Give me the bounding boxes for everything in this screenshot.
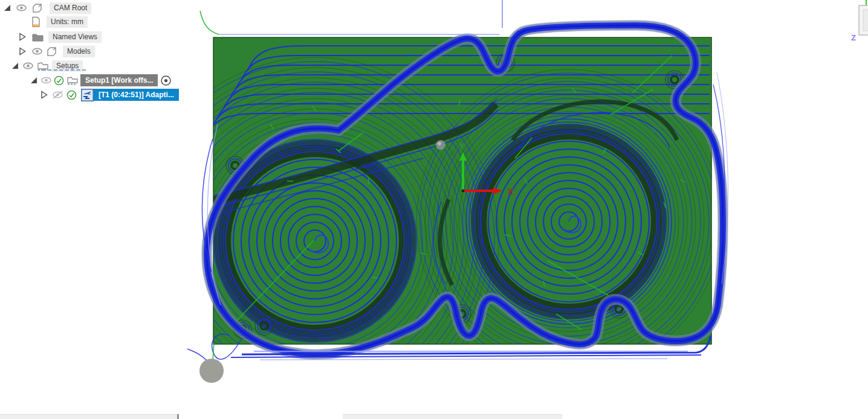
bottom-panel-edge-left (0, 414, 177, 419)
expander-collapsed-icon[interactable] (18, 46, 27, 56)
models-icon (46, 46, 59, 57)
tree-label-cam-root[interactable]: CAM Root (50, 2, 91, 14)
bottom-panel-edge-middle (343, 414, 562, 419)
folder-icon (31, 32, 44, 42)
bottom-panel-divider (177, 414, 179, 419)
active-setup-radio-icon[interactable] (160, 75, 172, 86)
expander-expanded-icon[interactable] (2, 3, 12, 13)
eye-icon[interactable] (16, 3, 27, 13)
check-circle-icon (54, 75, 64, 86)
viewcube[interactable]: Z (851, 0, 868, 42)
setup-icon (66, 75, 79, 86)
eye-slash-icon[interactable] (52, 90, 63, 100)
operation-point-sphere-highlight (438, 142, 441, 146)
tree-row-units[interactable]: Units: mm (0, 15, 88, 28)
eye-icon[interactable] (22, 61, 34, 71)
tree-row-setups[interactable]: Setups (0, 59, 83, 72)
tree-label-models[interactable]: Models (63, 46, 95, 57)
tree-label-named-views[interactable]: Named Views (48, 31, 102, 43)
eye-icon[interactable] (31, 46, 43, 56)
tree-label-setup1[interactable]: Setup1 [Work offs... (80, 74, 158, 86)
y-axis-label: Y (459, 141, 464, 150)
x-axis-label: X (508, 187, 514, 196)
units-document-icon (30, 16, 41, 28)
setups-hatch-decoration (42, 69, 86, 71)
expander-collapsed-icon[interactable] (40, 90, 48, 100)
expander-expanded-icon[interactable] (29, 75, 39, 85)
tree-row-named-views[interactable]: Named Views (0, 30, 102, 43)
tree-row-setup1[interactable]: Setup1 [Work offs... (0, 74, 172, 87)
tree-label-units[interactable]: Units: mm (47, 16, 88, 28)
tree-row-cam-root[interactable]: CAM Root (0, 1, 91, 14)
viewcube-z-label: Z (851, 33, 856, 42)
app-window: X Y Z CAM Root (0, 0, 868, 419)
cam-root-icon (31, 2, 45, 13)
browser-tree: CAM Root Units: mm Named Views (0, 0, 187, 121)
toolpath-curve (200, 11, 219, 34)
check-circle-icon (66, 90, 77, 100)
expander-collapsed-icon[interactable] (18, 32, 27, 42)
eye-icon[interactable] (40, 75, 52, 85)
tree-label-operation-t1[interactable]: [T1 (0:42:51)] Adapti... (94, 89, 179, 101)
tree-row-models[interactable]: Models (0, 45, 95, 58)
tree-row-operation-t1[interactable]: [T1 (0:42:51)] Adapti... (0, 88, 179, 101)
tool-ball[interactable] (199, 359, 224, 383)
adaptive-operation-icon (81, 89, 94, 101)
expander-expanded-icon[interactable] (10, 61, 20, 71)
